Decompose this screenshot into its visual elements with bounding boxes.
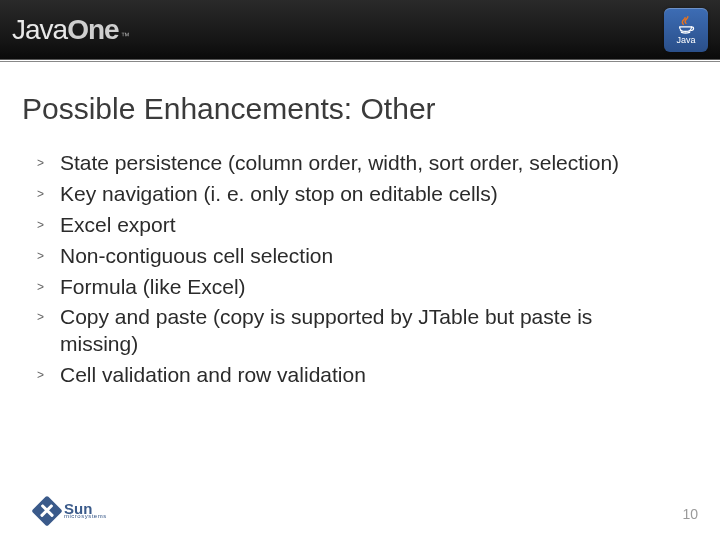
- logo-tm: ™: [121, 31, 129, 41]
- bullet-item: Key navigation (i. e. only stop on edita…: [30, 181, 660, 208]
- sun-emblem-icon: [31, 495, 62, 526]
- javaone-logo: JavaOne™: [12, 14, 129, 46]
- slide-title: Possible Enhancements: Other: [22, 92, 436, 126]
- bullet-item: Non-contiguous cell selection: [30, 243, 660, 270]
- java-badge-icon: Java: [664, 8, 708, 52]
- bullet-item: State persistence (column order, width, …: [30, 150, 660, 177]
- bullet-item: Formula (like Excel): [30, 274, 660, 301]
- java-badge-label: Java: [676, 35, 695, 45]
- logo-one-text: One: [67, 14, 118, 46]
- bullet-item: Cell validation and row validation: [30, 362, 660, 389]
- logo-java-text: Java: [12, 14, 67, 46]
- bullet-item: Copy and paste (copy is supported by JTa…: [30, 304, 660, 358]
- bullet-list: State persistence (column order, width, …: [30, 150, 660, 393]
- sun-logo-text: Sun microsystems: [64, 504, 107, 519]
- bullet-item: Excel export: [30, 212, 660, 239]
- footer: Sun microsystems 10: [0, 484, 720, 540]
- coffee-cup-icon: [675, 15, 697, 37]
- header-bar: JavaOne™ Java: [0, 0, 720, 60]
- sun-sub-label: microsystems: [64, 514, 107, 518]
- page-number: 10: [682, 506, 698, 522]
- slide: JavaOne™ Java Possible Enhancements: Oth…: [0, 0, 720, 540]
- sun-logo: Sun microsystems: [36, 500, 107, 522]
- header-divider: [0, 61, 720, 62]
